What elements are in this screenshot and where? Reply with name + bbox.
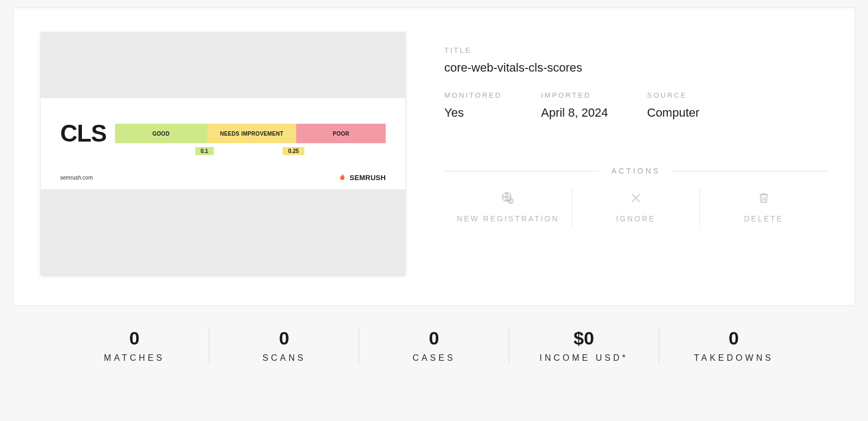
monitored-label: MONITORED	[444, 91, 502, 99]
thumbnail-domain: semrush.com	[60, 175, 93, 181]
divider-line	[444, 171, 599, 171]
ignore-button[interactable]: IGNORE	[572, 187, 700, 229]
imported-field: IMPORTED April 8, 2024	[541, 91, 608, 120]
actions-heading: ACTIONS	[599, 167, 672, 175]
stat-matches-label: MATCHES	[65, 353, 203, 363]
cls-row: CLS GOOD NEEDS IMPROVEMENT POOR	[60, 120, 386, 147]
thumbnail-column: CLS GOOD NEEDS IMPROVEMENT POOR 0.1 0.25…	[41, 32, 405, 275]
imported-value: April 8, 2024	[541, 106, 608, 120]
source-field: SOURCE Computer	[647, 91, 700, 120]
stat-scans: 0 SCANS	[209, 328, 359, 363]
semrush-brand-text: SEMRUSH	[350, 174, 386, 182]
title-field: TITLE core-web-vitals-cls-scores	[444, 46, 827, 75]
actions-row: NEW REGISTRATION IGNORE DELETE	[444, 187, 827, 229]
stat-takedowns: 0 TAKEDOWNS	[659, 328, 808, 363]
divider-line	[672, 171, 827, 171]
thumbnail-letterbox-bottom	[41, 189, 405, 275]
trash-icon	[757, 192, 770, 205]
new-registration-button[interactable]: NEW REGISTRATION	[444, 187, 572, 229]
stat-matches: 0 MATCHES	[60, 328, 209, 363]
imported-label: IMPORTED	[541, 91, 608, 99]
cls-segment-good: GOOD	[115, 124, 207, 143]
cls-score-bar: GOOD NEEDS IMPROVEMENT POOR	[115, 124, 386, 143]
cls-thresholds: 0.1 0.25	[113, 147, 386, 159]
stat-scans-value: 0	[215, 328, 353, 349]
stats-row: 0 MATCHES 0 SCANS 0 CASES $0 INCOME USD*…	[0, 306, 868, 386]
thumbnail-footer: semrush.com SEMRUSH	[60, 159, 386, 182]
delete-button[interactable]: DELETE	[699, 187, 827, 229]
stat-scans-label: SCANS	[215, 353, 353, 363]
delete-label: DELETE	[744, 214, 783, 223]
cls-threshold-2: 0.25	[283, 147, 304, 155]
actions-header: ACTIONS	[444, 167, 827, 175]
title-value: core-web-vitals-cls-scores	[444, 61, 827, 75]
flame-icon	[338, 173, 347, 182]
close-icon	[629, 192, 642, 205]
cls-segment-needs-improvement: NEEDS IMPROVEMENT	[207, 124, 297, 143]
detail-column: TITLE core-web-vitals-cls-scores MONITOR…	[444, 32, 827, 275]
cls-segment-poor: POOR	[296, 124, 386, 143]
stat-takedowns-value: 0	[665, 328, 803, 349]
semrush-logo: SEMRUSH	[338, 173, 386, 182]
stat-cases: 0 CASES	[359, 328, 508, 363]
stat-income-value: $0	[515, 328, 653, 349]
stat-cases-label: CASES	[365, 353, 503, 363]
monitored-field: MONITORED Yes	[444, 91, 502, 120]
asset-detail-card: CLS GOOD NEEDS IMPROVEMENT POOR 0.1 0.25…	[13, 8, 855, 306]
cls-heading: CLS	[60, 120, 106, 147]
monitored-value: Yes	[444, 106, 502, 120]
stat-income: $0 INCOME USD*	[509, 328, 659, 363]
title-label: TITLE	[444, 46, 827, 54]
new-registration-label: NEW REGISTRATION	[457, 214, 559, 223]
globe-copyright-icon	[501, 192, 514, 205]
thumbnail-letterbox-top	[41, 32, 405, 98]
ignore-label: IGNORE	[616, 214, 655, 223]
meta-row: MONITORED Yes IMPORTED April 8, 2024 SOU…	[444, 91, 827, 120]
stat-cases-value: 0	[365, 328, 503, 349]
stat-takedowns-label: TAKEDOWNS	[665, 353, 803, 363]
asset-thumbnail[interactable]: CLS GOOD NEEDS IMPROVEMENT POOR 0.1 0.25…	[41, 32, 405, 275]
thumbnail-content: CLS GOOD NEEDS IMPROVEMENT POOR 0.1 0.25…	[41, 98, 405, 189]
source-label: SOURCE	[647, 91, 700, 99]
stat-matches-value: 0	[65, 328, 203, 349]
source-value: Computer	[647, 106, 700, 120]
cls-threshold-1: 0.1	[195, 147, 214, 155]
stat-income-label: INCOME USD*	[515, 353, 653, 363]
